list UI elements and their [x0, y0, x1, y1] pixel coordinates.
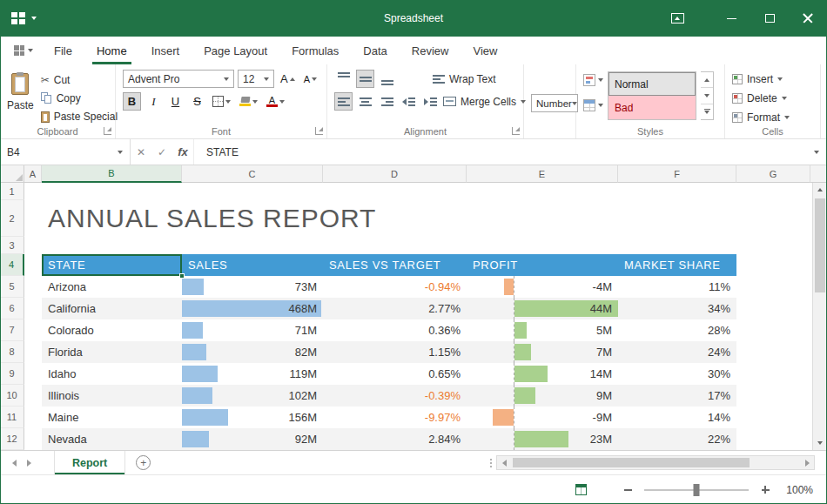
cell-D4[interactable]: SALES VS TARGET — [323, 254, 467, 276]
sheet-tab-report[interactable]: Report — [54, 451, 125, 474]
font-name-combobox[interactable]: Advent Pro — [123, 70, 234, 88]
format-as-table-button[interactable] — [583, 97, 603, 114]
previous-sheet-button[interactable] — [12, 460, 17, 467]
cell-B10[interactable]: Illinois — [42, 385, 182, 407]
row-header-5[interactable]: 5 — [0, 276, 24, 298]
underline-button[interactable]: U — [166, 92, 185, 111]
cell-B1[interactable] — [42, 183, 182, 200]
cell-C10[interactable]: 102M — [182, 385, 323, 407]
cell-F2[interactable] — [618, 200, 736, 237]
row-header-2[interactable]: 2 — [0, 200, 24, 237]
number-format-dropdown[interactable]: Number — [531, 94, 578, 112]
cell-F3[interactable] — [618, 237, 736, 254]
align-top-button[interactable] — [334, 70, 353, 88]
insert-cells-button[interactable]: Insert — [732, 71, 817, 86]
cell-D11[interactable]: -9.97% — [323, 407, 467, 428]
column-header-B[interactable]: B — [42, 165, 182, 183]
cell-F4[interactable]: MARKET SHARE — [618, 254, 736, 276]
select-all-button[interactable] — [0, 165, 24, 183]
decrease-indent-button[interactable] — [400, 92, 418, 111]
cell-A5[interactable] — [24, 276, 42, 298]
copy-button[interactable]: Copy — [41, 91, 118, 106]
cell-F9[interactable]: 30% — [618, 363, 736, 385]
gallery-up-button[interactable] — [701, 72, 713, 88]
insert-function-button[interactable]: fx — [172, 139, 193, 165]
app-menu-caret-icon[interactable] — [31, 17, 37, 20]
strikethrough-button[interactable]: S — [188, 92, 206, 111]
zoom-slider-thumb[interactable] — [694, 484, 700, 496]
cell-A4[interactable] — [24, 254, 42, 276]
row-header-10[interactable]: 10 — [0, 385, 24, 407]
borders-button[interactable] — [210, 92, 233, 111]
maximize-button[interactable] — [750, 0, 789, 37]
zoom-in-button[interactable] — [757, 482, 773, 498]
cell-A11[interactable] — [24, 407, 42, 428]
cell-D1[interactable] — [323, 183, 467, 200]
cell-C8[interactable]: 82M — [182, 341, 323, 363]
tab-file[interactable]: File — [42, 37, 84, 64]
decrease-font-size-button[interactable]: A — [301, 70, 319, 88]
scroll-up-button[interactable] — [813, 183, 827, 197]
increase-font-size-button[interactable]: A — [278, 70, 298, 88]
align-center-button[interactable] — [356, 92, 374, 111]
cell-E3[interactable] — [467, 237, 618, 254]
tab-review[interactable]: Review — [400, 37, 461, 64]
font-color-button[interactable]: A — [264, 92, 287, 111]
tab-home[interactable]: Home — [84, 37, 139, 64]
column-header-D[interactable]: D — [323, 165, 467, 183]
cell-D10[interactable]: -0.39% — [323, 385, 467, 407]
cell-B4[interactable]: STATE — [42, 254, 182, 276]
align-middle-button[interactable] — [356, 70, 374, 88]
cell-E5[interactable]: -4M — [467, 276, 618, 298]
column-header-F[interactable]: F — [618, 165, 736, 183]
increase-indent-button[interactable] — [421, 92, 440, 111]
column-header-G[interactable]: G — [736, 165, 810, 183]
cell-F6[interactable]: 34% — [618, 298, 736, 319]
cell-E10[interactable]: 9M — [467, 385, 618, 407]
cell-D5[interactable]: -0.94% — [323, 276, 467, 298]
cell-D3[interactable] — [323, 237, 467, 254]
align-bottom-button[interactable] — [378, 70, 396, 88]
enter-formula-button[interactable]: ✓ — [151, 139, 172, 165]
cell-B12[interactable]: Nevada — [42, 428, 182, 450]
close-button[interactable] — [789, 0, 827, 37]
cut-button[interactable]: ✂ Cut — [41, 72, 118, 88]
horizontal-scrollbar[interactable] — [496, 455, 815, 470]
cell-F11[interactable]: 14% — [618, 407, 736, 428]
cell-C5[interactable]: 73M — [182, 276, 323, 298]
cell-C1[interactable] — [182, 183, 323, 200]
horizontal-scrollbar-thumb[interactable] — [513, 458, 750, 467]
cell-A10[interactable] — [24, 385, 42, 407]
cell-A8[interactable] — [24, 341, 42, 363]
cell-E8[interactable]: 7M — [467, 341, 618, 363]
cell-B11[interactable]: Maine — [42, 407, 182, 428]
vertical-scrollbar-thumb[interactable] — [815, 198, 825, 292]
row-header-12[interactable]: 12 — [0, 428, 24, 450]
zoom-slider[interactable] — [644, 489, 749, 491]
ribbon-menu-button[interactable] — [5, 37, 42, 64]
cell-G4[interactable] — [736, 254, 810, 276]
cell-C3[interactable] — [182, 237, 323, 254]
conditional-formatting-button[interactable] — [583, 71, 603, 89]
cell-C12[interactable]: 92M — [182, 428, 323, 450]
format-cells-button[interactable]: Format — [732, 110, 817, 124]
next-sheet-button[interactable] — [27, 460, 31, 467]
formula-input[interactable]: STATE — [193, 139, 806, 165]
cell-A2[interactable] — [24, 200, 42, 237]
cell-F7[interactable]: 28% — [618, 319, 736, 341]
cell-C7[interactable]: 71M — [182, 319, 323, 341]
cell-G9[interactable] — [736, 363, 810, 385]
scroll-left-button[interactable] — [497, 456, 511, 469]
cell-B8[interactable]: Florida — [42, 341, 182, 363]
gallery-expand-button[interactable] — [701, 104, 713, 119]
cell-E6[interactable]: 44M — [467, 298, 618, 319]
bold-button[interactable]: B — [123, 92, 141, 111]
cell-F12[interactable]: 22% — [618, 428, 736, 450]
align-left-button[interactable] — [334, 92, 353, 111]
zoom-out-button[interactable] — [620, 482, 635, 498]
cell-B2[interactable]: ANNUAL SALES REPORT — [42, 200, 182, 237]
cell-D9[interactable]: 0.65% — [323, 363, 467, 385]
cell-G12[interactable] — [736, 428, 810, 450]
column-header-C[interactable]: C — [182, 165, 323, 183]
selection-fill-handle[interactable] — [179, 273, 185, 279]
